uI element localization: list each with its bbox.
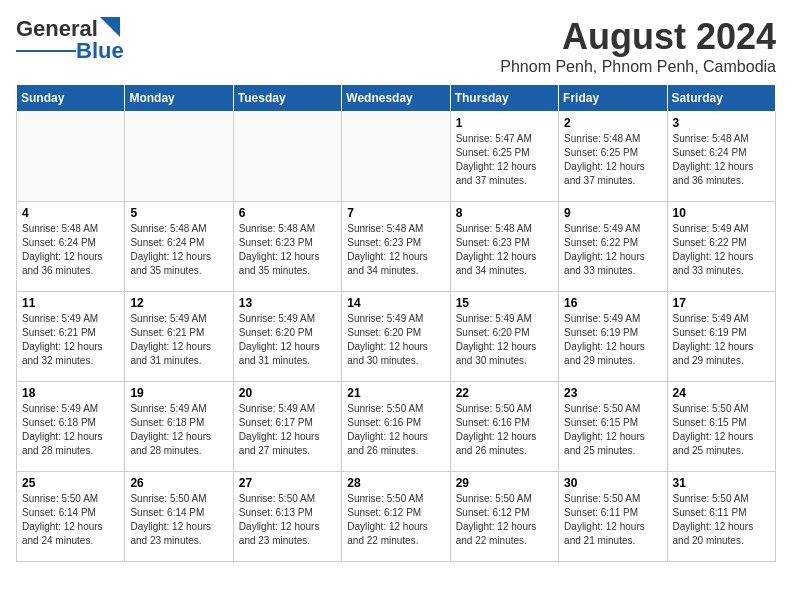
calendar-cell: 11Sunrise: 5:49 AM Sunset: 6:21 PM Dayli… [17,292,125,382]
day-info: Sunrise: 5:50 AM Sunset: 6:16 PM Dayligh… [347,402,444,458]
day-info: Sunrise: 5:49 AM Sunset: 6:21 PM Dayligh… [22,312,119,368]
day-number: 4 [22,206,119,220]
day-number: 3 [673,116,770,130]
day-info: Sunrise: 5:50 AM Sunset: 6:11 PM Dayligh… [564,492,661,548]
day-number: 20 [239,386,336,400]
day-number: 1 [456,116,553,130]
calendar-cell: 4Sunrise: 5:48 AM Sunset: 6:24 PM Daylig… [17,202,125,292]
calendar-cell: 26Sunrise: 5:50 AM Sunset: 6:14 PM Dayli… [125,472,233,562]
weekday-header-wednesday: Wednesday [342,85,450,112]
weekday-header-friday: Friday [559,85,667,112]
svg-marker-0 [100,17,120,37]
day-info: Sunrise: 5:49 AM Sunset: 6:18 PM Dayligh… [22,402,119,458]
day-number: 30 [564,476,661,490]
day-number: 21 [347,386,444,400]
weekday-header-saturday: Saturday [667,85,775,112]
calendar-cell: 3Sunrise: 5:48 AM Sunset: 6:24 PM Daylig… [667,112,775,202]
day-number: 29 [456,476,553,490]
calendar-cell: 17Sunrise: 5:49 AM Sunset: 6:19 PM Dayli… [667,292,775,382]
week-row-3: 11Sunrise: 5:49 AM Sunset: 6:21 PM Dayli… [17,292,776,382]
day-number: 23 [564,386,661,400]
calendar-cell: 25Sunrise: 5:50 AM Sunset: 6:14 PM Dayli… [17,472,125,562]
day-info: Sunrise: 5:50 AM Sunset: 6:11 PM Dayligh… [673,492,770,548]
calendar-cell: 29Sunrise: 5:50 AM Sunset: 6:12 PM Dayli… [450,472,558,562]
calendar-cell: 8Sunrise: 5:48 AM Sunset: 6:23 PM Daylig… [450,202,558,292]
calendar-cell: 22Sunrise: 5:50 AM Sunset: 6:16 PM Dayli… [450,382,558,472]
week-row-1: 1Sunrise: 5:47 AM Sunset: 6:25 PM Daylig… [17,112,776,202]
day-number: 25 [22,476,119,490]
calendar-cell: 28Sunrise: 5:50 AM Sunset: 6:12 PM Dayli… [342,472,450,562]
page-header: General Blue August 2024 Phnom Penh, Phn… [16,16,776,76]
day-number: 16 [564,296,661,310]
day-info: Sunrise: 5:48 AM Sunset: 6:23 PM Dayligh… [347,222,444,278]
day-number: 9 [564,206,661,220]
weekday-header-monday: Monday [125,85,233,112]
day-info: Sunrise: 5:49 AM Sunset: 6:20 PM Dayligh… [239,312,336,368]
calendar-cell: 2Sunrise: 5:48 AM Sunset: 6:25 PM Daylig… [559,112,667,202]
day-number: 15 [456,296,553,310]
day-info: Sunrise: 5:47 AM Sunset: 6:25 PM Dayligh… [456,132,553,188]
day-number: 14 [347,296,444,310]
calendar-cell: 27Sunrise: 5:50 AM Sunset: 6:13 PM Dayli… [233,472,341,562]
calendar-cell: 24Sunrise: 5:50 AM Sunset: 6:15 PM Dayli… [667,382,775,472]
calendar-cell [233,112,341,202]
day-info: Sunrise: 5:48 AM Sunset: 6:24 PM Dayligh… [130,222,227,278]
calendar-cell: 21Sunrise: 5:50 AM Sunset: 6:16 PM Dayli… [342,382,450,472]
week-row-5: 25Sunrise: 5:50 AM Sunset: 6:14 PM Dayli… [17,472,776,562]
day-number: 6 [239,206,336,220]
calendar-cell: 16Sunrise: 5:49 AM Sunset: 6:19 PM Dayli… [559,292,667,382]
logo: General Blue [16,16,124,64]
week-row-2: 4Sunrise: 5:48 AM Sunset: 6:24 PM Daylig… [17,202,776,292]
day-info: Sunrise: 5:50 AM Sunset: 6:13 PM Dayligh… [239,492,336,548]
day-info: Sunrise: 5:50 AM Sunset: 6:12 PM Dayligh… [347,492,444,548]
week-row-4: 18Sunrise: 5:49 AM Sunset: 6:18 PM Dayli… [17,382,776,472]
day-number: 26 [130,476,227,490]
calendar-cell: 13Sunrise: 5:49 AM Sunset: 6:20 PM Dayli… [233,292,341,382]
calendar-cell: 23Sunrise: 5:50 AM Sunset: 6:15 PM Dayli… [559,382,667,472]
day-info: Sunrise: 5:49 AM Sunset: 6:17 PM Dayligh… [239,402,336,458]
title-block: August 2024 Phnom Penh, Phnom Penh, Camb… [500,16,776,76]
calendar-cell: 15Sunrise: 5:49 AM Sunset: 6:20 PM Dayli… [450,292,558,382]
day-number: 7 [347,206,444,220]
day-info: Sunrise: 5:48 AM Sunset: 6:23 PM Dayligh… [456,222,553,278]
calendar-cell [17,112,125,202]
day-info: Sunrise: 5:50 AM Sunset: 6:15 PM Dayligh… [673,402,770,458]
calendar-cell: 1Sunrise: 5:47 AM Sunset: 6:25 PM Daylig… [450,112,558,202]
weekday-header-tuesday: Tuesday [233,85,341,112]
calendar-cell: 19Sunrise: 5:49 AM Sunset: 6:18 PM Dayli… [125,382,233,472]
day-info: Sunrise: 5:48 AM Sunset: 6:25 PM Dayligh… [564,132,661,188]
calendar-cell: 6Sunrise: 5:48 AM Sunset: 6:23 PM Daylig… [233,202,341,292]
day-info: Sunrise: 5:49 AM Sunset: 6:18 PM Dayligh… [130,402,227,458]
calendar-cell: 9Sunrise: 5:49 AM Sunset: 6:22 PM Daylig… [559,202,667,292]
day-info: Sunrise: 5:50 AM Sunset: 6:16 PM Dayligh… [456,402,553,458]
day-info: Sunrise: 5:50 AM Sunset: 6:15 PM Dayligh… [564,402,661,458]
calendar-cell [342,112,450,202]
weekday-header-thursday: Thursday [450,85,558,112]
logo-icon [100,17,120,37]
day-info: Sunrise: 5:49 AM Sunset: 6:20 PM Dayligh… [347,312,444,368]
day-info: Sunrise: 5:50 AM Sunset: 6:14 PM Dayligh… [130,492,227,548]
day-info: Sunrise: 5:49 AM Sunset: 6:20 PM Dayligh… [456,312,553,368]
calendar-table: SundayMondayTuesdayWednesdayThursdayFrid… [16,84,776,562]
calendar-cell: 10Sunrise: 5:49 AM Sunset: 6:22 PM Dayli… [667,202,775,292]
month-title: August 2024 [500,16,776,58]
calendar-cell: 5Sunrise: 5:48 AM Sunset: 6:24 PM Daylig… [125,202,233,292]
day-info: Sunrise: 5:48 AM Sunset: 6:24 PM Dayligh… [22,222,119,278]
day-info: Sunrise: 5:49 AM Sunset: 6:19 PM Dayligh… [673,312,770,368]
weekday-header-sunday: Sunday [17,85,125,112]
day-number: 12 [130,296,227,310]
calendar-cell: 30Sunrise: 5:50 AM Sunset: 6:11 PM Dayli… [559,472,667,562]
day-number: 10 [673,206,770,220]
day-info: Sunrise: 5:49 AM Sunset: 6:22 PM Dayligh… [564,222,661,278]
day-info: Sunrise: 5:49 AM Sunset: 6:19 PM Dayligh… [564,312,661,368]
day-info: Sunrise: 5:49 AM Sunset: 6:22 PM Dayligh… [673,222,770,278]
day-info: Sunrise: 5:48 AM Sunset: 6:24 PM Dayligh… [673,132,770,188]
day-number: 13 [239,296,336,310]
day-number: 27 [239,476,336,490]
day-number: 31 [673,476,770,490]
calendar-cell: 18Sunrise: 5:49 AM Sunset: 6:18 PM Dayli… [17,382,125,472]
day-number: 2 [564,116,661,130]
day-number: 5 [130,206,227,220]
day-number: 24 [673,386,770,400]
day-number: 17 [673,296,770,310]
